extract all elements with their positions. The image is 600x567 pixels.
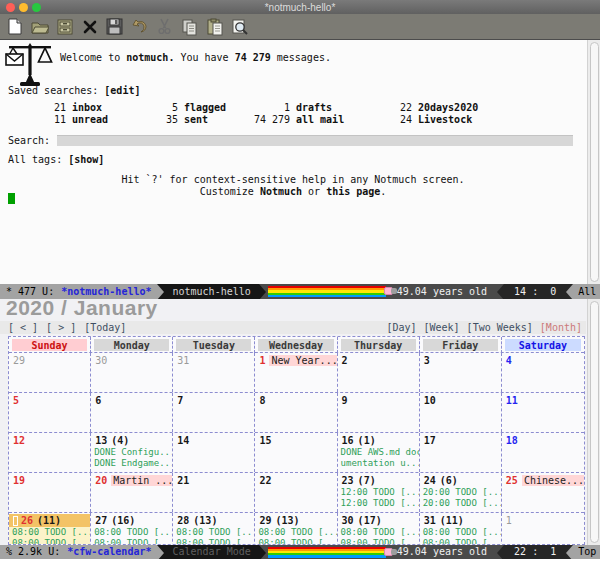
saved-search-item[interactable]: 5flagged (126, 102, 238, 114)
saved-search-item[interactable]: 24Livestock (360, 114, 510, 126)
calendar-day-cell[interactable]: 30 (91, 353, 173, 392)
calendar-day-cell[interactable]: 22 (255, 473, 337, 512)
calendar-event[interactable]: 08:00 TODO [... (338, 527, 419, 538)
calendar-view-button[interactable]: [Month] (540, 322, 582, 333)
close-buffer-icon[interactable] (79, 16, 100, 37)
dired-icon[interactable] (54, 16, 75, 37)
saved-search-name[interactable]: all mail (296, 114, 344, 125)
calendar-day-cell[interactable]: 7 (173, 393, 255, 432)
calendar-day-cell[interactable]: 16(1)DONE AWS.md documentation u... (338, 433, 420, 472)
calendar-event[interactable]: 08:00 TODO [... (255, 527, 336, 538)
calendar-day-cell[interactable]: 1 (502, 513, 584, 545)
calendar-event[interactable]: DONE Configu... (91, 447, 172, 458)
saved-search-item[interactable]: 2220days2020 (360, 102, 510, 114)
calendar-day-cell[interactable]: 11 (502, 393, 584, 432)
new-file-icon[interactable] (4, 16, 25, 37)
saved-search-item[interactable]: 21inbox (14, 102, 126, 114)
customize-this-page-link[interactable]: this page (326, 186, 380, 197)
calendar-nav-button[interactable]: [ < ] (8, 322, 38, 333)
edit-button[interactable]: [edit] (104, 85, 140, 96)
calendar-day-cell[interactable]: 6 (91, 393, 173, 432)
calendar-day-cell[interactable]: 1New Year... (255, 353, 337, 392)
buffer-name[interactable]: *notmuch-hello* (61, 287, 151, 297)
calendar-day-cell[interactable]: 13(4)DONE Configu...DONE Endgame... (91, 433, 173, 472)
calendar-view-button[interactable]: [Week] (423, 322, 459, 333)
calendar-day-cell[interactable]: 10 (420, 393, 502, 432)
calendar-day-cell[interactable]: 14 (173, 433, 255, 472)
save-icon[interactable] (104, 16, 125, 37)
minibuffer[interactable] (0, 559, 600, 567)
calendar-scrollbar-thumb[interactable] (590, 301, 599, 543)
calendar-event[interactable]: 08:00 TODO [... (173, 538, 254, 545)
calendar-day-cell[interactable]: 27(16)08:00 TODO [...08:00 TODO [... (91, 513, 173, 545)
calendar-day-cell[interactable]: 5 (9, 393, 91, 432)
notmuch-scrollbar-thumb[interactable] (590, 42, 599, 282)
calendar-day-cell[interactable]: 2 (338, 353, 420, 392)
calendar-event[interactable]: 12:00 TODO [... (338, 487, 419, 498)
calendar-view-button[interactable]: [Two Weeks] (467, 322, 533, 333)
calendar-event[interactable]: 08:00 TODO [... (9, 527, 90, 538)
calendar-scrollbar[interactable] (587, 299, 600, 545)
calendar-event[interactable]: DONE Endgame... (91, 458, 172, 469)
show-button[interactable]: [show] (68, 154, 104, 165)
calendar-day-cell[interactable]: 31(11)08:00 TODO [...08:00 TODO [... (420, 513, 502, 545)
calendar-event[interactable]: 08:00 TODO [... (255, 538, 336, 545)
calendar-day-cell[interactable]: 9 (338, 393, 420, 432)
calendar-day-cell[interactable]: 3 (420, 353, 502, 392)
calendar-event[interactable]: 08:00 TODO [... (173, 527, 254, 538)
cut-icon[interactable] (154, 16, 175, 37)
buffer-name[interactable]: *cfw-calendar* (67, 547, 151, 557)
copy-icon[interactable] (179, 16, 200, 37)
calendar-day-cell[interactable]: 25Chinese... (502, 473, 584, 512)
calendar-event[interactable]: umentation u... (338, 458, 419, 469)
saved-search-item[interactable]: 11unread (14, 114, 126, 126)
calendar-nav-button[interactable]: [Today] (84, 322, 126, 333)
paste-icon[interactable] (204, 16, 225, 37)
saved-search-name[interactable]: unread (72, 114, 108, 125)
calendar-day-cell[interactable]: 19 (9, 473, 91, 512)
calendar-event[interactable]: 12:00 TODO [... (338, 498, 419, 509)
calendar-event[interactable]: 20:00 TODO [... (420, 487, 501, 498)
calendar-event[interactable]: 08:00 TODO [... (9, 538, 90, 545)
saved-search-name[interactable]: Livestock (418, 114, 472, 125)
search-input[interactable] (57, 135, 573, 146)
search-icon[interactable] (229, 16, 250, 37)
zoom-window-button[interactable] (32, 3, 41, 12)
calendar-day-cell[interactable]: 17 (420, 433, 502, 472)
window-titlebar[interactable]: *notmuch-hello* (0, 0, 600, 14)
calendar-day-cell[interactable]: 26(11)08:00 TODO [...08:00 TODO [... (9, 513, 91, 545)
minimize-window-button[interactable] (19, 3, 28, 12)
saved-search-name[interactable]: 20days2020 (418, 102, 478, 113)
calendar-event[interactable]: 08:00 TODO [... (91, 527, 172, 538)
notmuch-scrollbar[interactable] (587, 40, 600, 284)
open-file-icon[interactable] (29, 16, 50, 37)
calendar-day-cell[interactable]: 30(17)08:00 TODO [...08:00 TODO [... (338, 513, 420, 545)
customize-notmuch-link[interactable]: Notmuch (260, 186, 302, 197)
calendar-day-cell[interactable]: 29(13)08:00 TODO [...08:00 TODO [... (255, 513, 337, 545)
major-mode-name[interactable]: notmuch-hello (172, 287, 250, 297)
calendar-day-cell[interactable]: 31 (173, 353, 255, 392)
saved-search-item[interactable]: 1drafts (238, 102, 360, 114)
calendar-day-cell[interactable]: 29 (9, 353, 91, 392)
calendar-day-cell[interactable]: 20Martin ... (91, 473, 173, 512)
calendar-day-cell[interactable]: 18 (502, 433, 584, 472)
calendar-event[interactable]: 20:00 TODO [... (420, 498, 501, 509)
calendar-day-cell[interactable]: 8 (255, 393, 337, 432)
close-window-button[interactable] (6, 3, 15, 12)
calendar-day-cell[interactable]: 15 (255, 433, 337, 472)
saved-search-name[interactable]: sent (184, 114, 208, 125)
calendar-event[interactable]: 08:00 TODO [... (338, 538, 419, 545)
saved-search-item[interactable]: 35sent (126, 114, 238, 126)
saved-search-name[interactable]: flagged (184, 102, 226, 113)
calendar-nav-button[interactable]: [ > ] (46, 322, 76, 333)
undo-icon[interactable] (129, 16, 150, 37)
calendar-day-cell[interactable]: 28(13)08:00 TODO [...08:00 TODO [... (173, 513, 255, 545)
calendar-day-cell[interactable]: 4 (502, 353, 584, 392)
calendar-event[interactable]: DONE AWS.md doc (338, 447, 419, 458)
calendar-view-button[interactable]: [Day] (386, 322, 416, 333)
saved-search-item[interactable]: 74 279all mail (238, 114, 360, 126)
calendar-event[interactable]: 08:00 TODO [... (420, 527, 501, 538)
calendar-event[interactable]: 08:00 TODO [... (420, 538, 501, 545)
saved-search-name[interactable]: drafts (296, 102, 332, 113)
major-mode-name[interactable]: Calendar Mode (172, 547, 250, 557)
